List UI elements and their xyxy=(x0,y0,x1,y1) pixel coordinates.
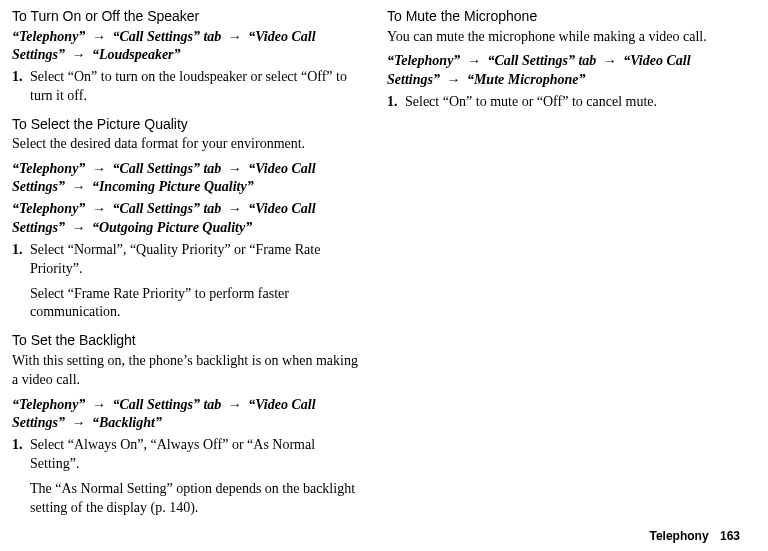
section-intro: Select the desired data format for your … xyxy=(12,135,365,154)
step-sub: The “As Normal Setting” option depends o… xyxy=(30,480,365,518)
nav-path-speaker: “Telephony” → “Call Settings” tab → “Vid… xyxy=(12,28,365,64)
section-intro: With this setting on, the phone’s backli… xyxy=(12,352,365,390)
page-footer: Telephony 163 xyxy=(650,529,741,543)
section-mute-mic: To Mute the Microphone You can mute the … xyxy=(387,8,740,112)
step-number: 1. xyxy=(387,93,405,112)
section-intro: You can mute the microphone while making… xyxy=(387,28,740,47)
nav-path-backlight: “Telephony” → “Call Settings” tab → “Vid… xyxy=(12,396,365,432)
section-title: To Set the Backlight xyxy=(12,332,365,350)
right-column: To Mute the Microphone You can mute the … xyxy=(387,8,740,528)
step-main: Select “Normal”, “Quality Priority” or “… xyxy=(30,241,365,279)
step: 1. Select “On” to turn on the loudspeake… xyxy=(12,68,365,106)
footer-label: Telephony xyxy=(650,529,709,543)
step-text: Select “Normal”, “Quality Priority” or “… xyxy=(30,241,365,323)
step-text: Select “On” to turn on the loudspeaker o… xyxy=(30,68,365,106)
step: 1. Select “Normal”, “Quality Priority” o… xyxy=(12,241,365,323)
step-sub: Select “Frame Rate Priority” to perform … xyxy=(30,285,365,323)
section-title: To Mute the Microphone xyxy=(387,8,740,26)
step: 1. Select “On” to mute or “Off” to cance… xyxy=(387,93,740,112)
nav-path-mute: “Telephony” → “Call Settings” tab → “Vid… xyxy=(387,52,740,88)
left-column: To Turn On or Off the Speaker “Telephony… xyxy=(12,8,365,528)
section-picture-quality: To Select the Picture Quality Select the… xyxy=(12,116,365,323)
section-title: To Turn On or Off the Speaker xyxy=(12,8,365,26)
footer-page-number: 163 xyxy=(720,529,740,543)
nav-path-outgoing: “Telephony” → “Call Settings” tab → “Vid… xyxy=(12,200,365,236)
step-number: 1. xyxy=(12,436,30,518)
step-main: Select “Always On”, “Always Off” or “As … xyxy=(30,436,365,474)
step-number: 1. xyxy=(12,68,30,106)
step-text: Select “Always On”, “Always Off” or “As … xyxy=(30,436,365,518)
step-text: Select “On” to mute or “Off” to cancel m… xyxy=(405,93,740,112)
section-backlight: To Set the Backlight With this setting o… xyxy=(12,332,365,517)
section-speaker: To Turn On or Off the Speaker “Telephony… xyxy=(12,8,365,106)
step: 1. Select “Always On”, “Always Off” or “… xyxy=(12,436,365,518)
step-number: 1. xyxy=(12,241,30,323)
nav-path-incoming: “Telephony” → “Call Settings” tab → “Vid… xyxy=(12,160,365,196)
section-title: To Select the Picture Quality xyxy=(12,116,365,134)
